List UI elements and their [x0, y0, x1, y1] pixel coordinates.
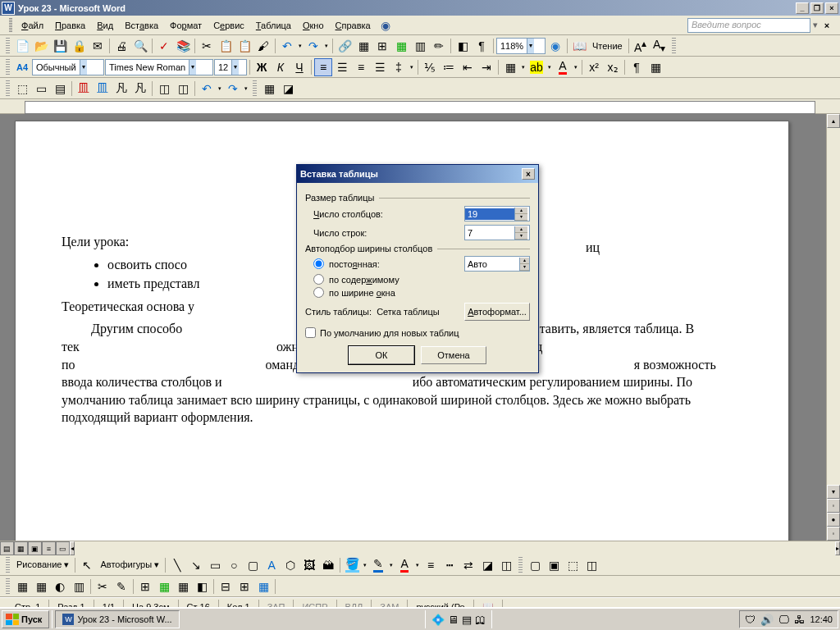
tray-shield-icon[interactable]: 🛡 [745, 614, 756, 626]
line-style-icon[interactable]: ≡ [422, 556, 440, 574]
radio-window[interactable] [313, 287, 324, 298]
italic-button[interactable]: К [272, 58, 290, 76]
menu-window[interactable]: Окно [297, 18, 330, 33]
ok-button[interactable]: ОК [349, 346, 414, 364]
grow-font-icon[interactable]: A▴ [632, 37, 650, 55]
spin-down-icon[interactable]: ▾ [515, 233, 527, 240]
toolbar-grip[interactable] [253, 80, 257, 97]
menu-help[interactable]: Справка [330, 18, 377, 33]
menu-tools[interactable]: Сервис [208, 18, 250, 33]
print-icon[interactable]: 🖨 [112, 37, 130, 55]
help-icon[interactable]: ◉ [377, 16, 395, 34]
help-search-input[interactable]: Введите вопрос [687, 18, 810, 33]
autoformat-button[interactable]: Автоформат... [464, 303, 530, 321]
help-dropdown-icon[interactable]: ▾ [810, 20, 820, 30]
reading-label[interactable]: Чтение [589, 41, 626, 51]
radio-fixed[interactable] [313, 258, 324, 269]
line-spacing-icon[interactable]: ‡ [390, 58, 408, 76]
tbl-icon-3[interactable]: ◐ [51, 578, 69, 596]
research-icon[interactable]: 📚 [174, 37, 192, 55]
fill-color-icon[interactable]: 🪣 [343, 556, 361, 574]
minimize-button[interactable]: _ [796, 2, 809, 14]
tbl-icon-10[interactable]: ◧ [193, 578, 211, 596]
undo-icon[interactable]: ↶ [278, 37, 296, 55]
extra-icon-3[interactable]: ▤ [51, 80, 69, 98]
bulleted-list-icon[interactable]: ≔ [440, 58, 458, 76]
spin-down-icon[interactable]: ▾ [515, 214, 527, 221]
prev-page-icon[interactable]: ◦ [827, 499, 840, 513]
cancel-button[interactable]: Отмена [421, 346, 486, 364]
horizontal-ruler[interactable] [0, 99, 840, 114]
extra-icon-6[interactable]: 凡 [112, 80, 130, 98]
extra-icon-8[interactable]: ◫ [155, 80, 173, 98]
underline-button[interactable]: Ч [290, 58, 308, 76]
extra-icon-9[interactable]: ◫ [174, 80, 192, 98]
numbered-list-icon[interactable]: ⅕ [421, 58, 439, 76]
print-view-icon[interactable]: ▣ [28, 541, 42, 555]
font-combo[interactable]: Times New Roman▾ [105, 59, 213, 75]
tray-display-icon[interactable]: 🖵 [778, 614, 789, 626]
next-page-icon[interactable]: ◦ [827, 527, 840, 541]
select-all-icon[interactable]: ▦ [646, 58, 664, 76]
undo2-icon[interactable]: ↶ [198, 80, 216, 98]
toolbar-grip[interactable] [672, 38, 676, 54]
tables-borders-icon[interactable]: ▦ [354, 37, 372, 55]
tbl-icon-11[interactable]: ⊟ [217, 578, 235, 596]
dialog-close-button[interactable]: × [522, 168, 535, 180]
align-center-icon[interactable]: ☰ [333, 58, 351, 76]
3d-icon[interactable]: ◫ [497, 556, 515, 574]
diagram-icon[interactable]: ⬡ [281, 556, 299, 574]
oval-icon[interactable]: ○ [225, 556, 243, 574]
doc-map-icon[interactable]: ◧ [454, 37, 472, 55]
tbl-icon-6[interactable]: ✎ [112, 578, 130, 596]
tray-network-icon[interactable]: 🖧 [794, 614, 805, 626]
font-size-combo[interactable]: 12▾ [214, 59, 247, 75]
extra-icon-1[interactable]: ⬚ [13, 80, 31, 98]
redo2-icon[interactable]: ↷ [224, 80, 242, 98]
excel-icon[interactable]: ▦ [392, 37, 410, 55]
insert-table-icon[interactable]: ⊞ [373, 37, 391, 55]
start-button[interactable]: Пуск [2, 610, 49, 628]
decrease-indent-icon[interactable]: ⇤ [459, 58, 477, 76]
dash-style-icon[interactable]: ┅ [441, 556, 459, 574]
menu-view[interactable]: Вид [91, 18, 119, 33]
drawing-menu[interactable]: Рисование ▾ [13, 559, 72, 570]
clipart-icon[interactable]: 🖼 [300, 556, 318, 574]
taskbar-app-word[interactable]: W Урок 23 - Microsoft W... [55, 610, 179, 628]
extra-draw-1[interactable]: ▢ [526, 556, 544, 574]
scroll-down-icon[interactable]: ▾ [827, 485, 840, 499]
bold-button[interactable]: Ж [253, 58, 271, 76]
tbl-icon-4[interactable]: ▥ [70, 578, 88, 596]
menu-file[interactable]: Файл [16, 18, 49, 33]
restore-button[interactable]: ❐ [810, 2, 824, 14]
spellcheck-icon[interactable]: ✓ [155, 37, 173, 55]
tbl-icon-13[interactable]: ▦ [254, 578, 272, 596]
rows-input[interactable] [465, 227, 514, 239]
dialog-titlebar[interactable]: Вставка таблицы × [297, 165, 538, 183]
align-left-icon[interactable]: ≡ [314, 58, 332, 76]
new-doc-icon[interactable]: 📄 [13, 37, 31, 55]
format-painter-icon[interactable]: 🖌 [254, 37, 272, 55]
spin-up-icon[interactable]: ▴ [520, 258, 529, 264]
ltr-icon[interactable]: ¶ [628, 58, 646, 76]
tray-clock[interactable]: 12:40 [810, 614, 833, 624]
wordart-icon[interactable]: A [262, 556, 281, 574]
close-button[interactable]: × [825, 2, 838, 14]
drawing-toolbar-icon[interactable]: ✏ [430, 37, 448, 55]
outline-view-icon[interactable]: ≡ [42, 541, 56, 555]
fixed-width-input[interactable] [465, 258, 514, 270]
permission-icon[interactable]: 🔒 [70, 37, 88, 55]
columns-input[interactable] [465, 208, 514, 220]
extra-draw-2[interactable]: ▣ [545, 556, 563, 574]
shrink-font-icon[interactable]: A▾ [651, 37, 669, 55]
align-right-icon[interactable]: ≡ [352, 58, 370, 76]
picture-icon[interactable]: 🏔 [319, 556, 337, 574]
superscript-icon[interactable]: x² [585, 58, 603, 76]
print-preview-icon[interactable]: 🔍 [131, 37, 149, 55]
toolbar-grip[interactable] [6, 578, 10, 595]
increase-indent-icon[interactable]: ⇥ [477, 58, 495, 76]
cut-icon[interactable]: ✂ [198, 37, 216, 55]
tray-icon-2[interactable]: 🖥 [448, 614, 459, 626]
autoshapes-menu[interactable]: Автофигуры ▾ [97, 559, 162, 570]
select-objects-icon[interactable]: ↖ [78, 556, 96, 574]
